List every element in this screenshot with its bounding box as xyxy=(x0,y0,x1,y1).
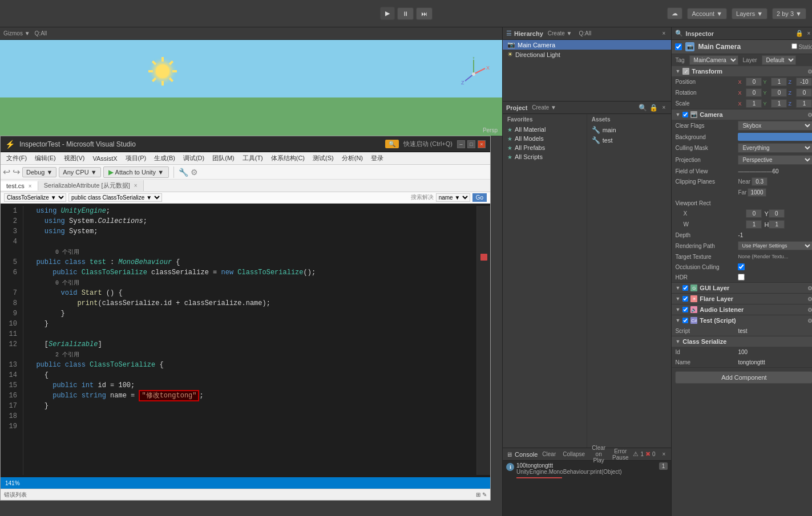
scale-y-val[interactable]: 1 xyxy=(771,99,787,108)
guilayer-header[interactable]: ▼ G GUI Layer ⚙ xyxy=(672,283,812,293)
tag-select[interactable]: MainCamera xyxy=(689,55,738,65)
menu-view[interactable]: 视图(V) xyxy=(60,153,88,164)
tab-test-cs[interactable]: test.cs × xyxy=(1,181,38,190)
project-all-models[interactable]: ★ All Models xyxy=(503,134,587,143)
vp-w-val[interactable]: 1 xyxy=(746,220,762,229)
menu-debug[interactable]: 调试(D) xyxy=(180,153,208,164)
console-error-pause-btn[interactable]: Error Pause xyxy=(610,448,631,461)
guilayer-enabled-checkbox[interactable] xyxy=(682,285,688,291)
cpu-btn[interactable]: Any CPU ▼ xyxy=(59,167,100,177)
target-texture-value[interactable]: None (Render Textu... xyxy=(738,254,812,259)
camera-header[interactable]: ▼ 📷 Camera ⚙ xyxy=(672,109,812,120)
hierarchy-item-directional-light[interactable]: ☀ Directional Light xyxy=(503,50,671,59)
class-serialize-header[interactable]: ▼ Class Serialize xyxy=(672,336,812,347)
rot-z-val[interactable]: 0 xyxy=(796,88,812,97)
name-dropdown[interactable]: name ▼ xyxy=(436,193,470,202)
depth-value[interactable]: -1 xyxy=(738,232,812,238)
close-button[interactable]: × xyxy=(478,140,486,148)
go-button[interactable]: Go xyxy=(472,193,487,202)
vp-x-val[interactable]: 0 xyxy=(746,209,762,218)
play-button[interactable]: ▶ xyxy=(380,7,395,20)
class-dropdown[interactable]: ClassToSerialize ▼ xyxy=(4,193,66,202)
background-color-swatch[interactable] xyxy=(738,133,812,141)
project-all-scripts[interactable]: ★ All Scripts xyxy=(503,152,587,161)
fov-value[interactable]: 60 xyxy=(772,168,812,174)
clear-flags-select[interactable]: Skybox xyxy=(738,121,812,131)
menu-team[interactable]: 团队(M) xyxy=(209,153,238,164)
pos-z-val[interactable]: -10 xyxy=(796,78,812,86)
menu-analyze[interactable]: 分析(N) xyxy=(338,153,366,164)
transform-header[interactable]: ▼ ⤢ Transform ⚙ xyxy=(672,66,812,76)
inspector-close-btn[interactable]: × xyxy=(805,30,812,37)
console-message-1[interactable]: ℹ 100tongtongttt UnityEngine.MonoBehavio… xyxy=(503,461,671,480)
hierarchy-close-btn[interactable]: × xyxy=(660,30,668,37)
layers-button[interactable]: Layers ▼ xyxy=(732,8,767,19)
public-class-dropdown[interactable]: public class ClassToSerialize ▼ xyxy=(68,193,162,202)
id-value[interactable]: 100 xyxy=(738,349,812,355)
projection-select[interactable]: Perspective xyxy=(738,155,812,165)
culling-mask-select[interactable]: Everything xyxy=(738,143,812,153)
minimize-button[interactable]: – xyxy=(457,140,465,148)
test-script-header[interactable]: ▼ C# Test (Script) ⚙ xyxy=(672,315,812,326)
scene-view[interactable]: Gizmos ▼ Q:All xyxy=(0,27,502,136)
vp-h-val[interactable]: 1 xyxy=(769,220,785,229)
project-all-prefabs[interactable]: ★ All Prefabs xyxy=(503,143,587,152)
occlusion-culling-checkbox[interactable] xyxy=(738,263,745,270)
menu-edit[interactable]: 编辑(E) xyxy=(31,153,59,164)
menu-arch[interactable]: 体系结构(C) xyxy=(268,153,308,164)
audio-enabled-checkbox[interactable] xyxy=(682,307,688,312)
search-btn[interactable]: 🔍 xyxy=(385,140,399,148)
inspector-lock-icon[interactable]: 🔒 xyxy=(795,30,803,37)
vs-code-area[interactable]: 1234 5678 9101112 13141516171819 using U… xyxy=(1,204,490,477)
breakpoint-indicator[interactable] xyxy=(480,254,487,261)
step-button[interactable]: ⏭ xyxy=(416,7,433,20)
console-collapse-btn[interactable]: Collapse xyxy=(560,450,587,458)
menu-project[interactable]: 项目(P) xyxy=(122,153,150,164)
add-component-button[interactable]: Add Component xyxy=(675,371,812,384)
static-checkbox[interactable] xyxy=(791,43,797,49)
console-clear-on-play-btn[interactable]: Clear on Play xyxy=(589,444,608,464)
layer-select[interactable]: Default xyxy=(762,55,796,65)
test-script-settings-icon[interactable]: ⚙ xyxy=(807,318,812,324)
rendering-path-select[interactable]: Use Player Settings xyxy=(738,241,812,250)
audio-header[interactable]: ▼ 🔊 Audio Listener ⚙ xyxy=(672,304,812,315)
tab-serializable-close[interactable]: × xyxy=(134,182,138,189)
far-val[interactable]: 1000 xyxy=(748,188,766,197)
hierarchy-create-btn[interactable]: Create ▼ xyxy=(546,30,575,37)
scale-z-val[interactable]: 1 xyxy=(796,99,812,108)
menu-login[interactable]: 登录 xyxy=(367,153,387,164)
camera-settings-icon[interactable]: ⚙ xyxy=(807,112,812,118)
hierarchy-item-main-camera[interactable]: 📷 Main Camera xyxy=(503,40,671,50)
near-val[interactable]: 0.3 xyxy=(752,177,767,186)
debug-config-btn[interactable]: Debug ▼ xyxy=(22,167,56,177)
quick-launch[interactable]: 快速启动 (Ctrl+Q) xyxy=(403,140,453,148)
project-all-material[interactable]: ★ All Material xyxy=(503,125,587,134)
hdr-checkbox[interactable] xyxy=(738,274,745,281)
scale-x-val[interactable]: 1 xyxy=(746,99,762,108)
project-asset-main[interactable]: 🔧 main xyxy=(587,125,672,135)
flare-header[interactable]: ▼ ☀ Flare Layer ⚙ xyxy=(672,294,812,304)
menu-file[interactable]: 文件(F) xyxy=(3,153,30,164)
project-asset-test[interactable]: 🔧 test xyxy=(587,135,672,145)
menu-test[interactable]: 测试(S) xyxy=(309,153,337,164)
transform-settings-icon[interactable]: ⚙ xyxy=(807,68,812,75)
pos-y-val[interactable]: 1 xyxy=(771,78,787,86)
maximize-button[interactable]: □ xyxy=(467,140,475,148)
obj-active-checkbox[interactable] xyxy=(675,43,682,50)
tab-serializable[interactable]: SerializableAttribute [从元数据] × xyxy=(38,180,144,191)
attach-unity-button[interactable]: ▶ Attach to Unity ▼ xyxy=(103,166,169,178)
pos-x-val[interactable]: 0 xyxy=(746,78,762,86)
audio-settings-icon[interactable]: ⚙ xyxy=(807,307,812,313)
guilayer-settings-icon[interactable]: ⚙ xyxy=(807,285,812,291)
menu-build[interactable]: 生成(B) xyxy=(151,153,179,164)
name-value[interactable]: tongtongttt xyxy=(738,359,812,365)
rot-y-val[interactable]: 0 xyxy=(771,88,787,97)
hierarchy-search-btn[interactable]: Q:All xyxy=(576,30,593,37)
account-button[interactable]: Account ▼ xyxy=(687,8,727,19)
camera-enabled-checkbox[interactable] xyxy=(682,112,688,117)
console-close-btn[interactable]: × xyxy=(660,450,668,458)
menu-tools[interactable]: 工具(T) xyxy=(239,153,266,164)
pause-button[interactable]: ⏸ xyxy=(397,7,414,20)
flare-enabled-checkbox[interactable] xyxy=(682,296,688,302)
fov-slider[interactable]: —————— xyxy=(738,168,772,174)
